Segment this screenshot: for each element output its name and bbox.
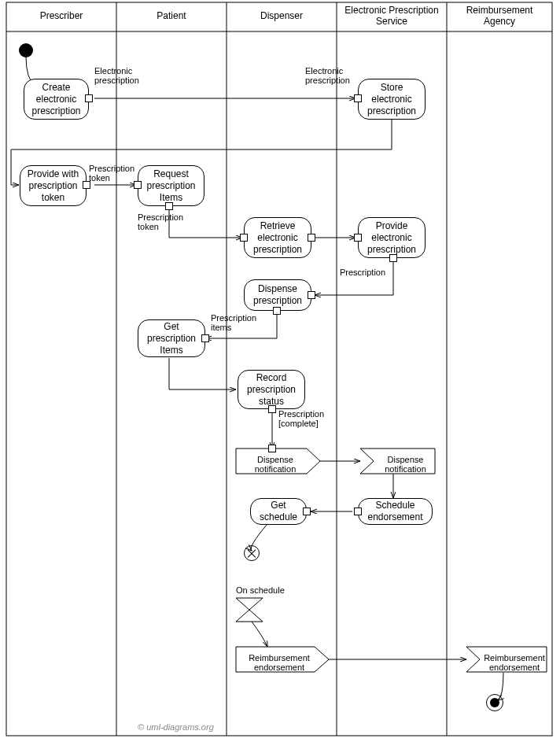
lane-header-reimbursement: Reimbursement Agency (447, 0, 552, 31)
pin (354, 508, 362, 515)
svg-marker-10 (236, 598, 263, 622)
activity-retrieve-rx: Retrieve electronic prescription (244, 217, 311, 258)
accept-event-reimbursement: Reimbursement endorsement (482, 653, 547, 672)
pin (273, 307, 281, 315)
edge-label: Prescription [complete] (278, 409, 337, 428)
time-event-on-schedule: On schedule (236, 585, 285, 595)
pin (165, 202, 173, 210)
edge-label: Electronic prescription (305, 66, 360, 85)
edge-label: Prescription items (211, 313, 266, 332)
lane-header-prescriber: Prescriber (6, 0, 116, 31)
activity-record-status: Record prescription status (238, 370, 305, 409)
pin (268, 405, 276, 413)
pin (354, 234, 362, 242)
pin (303, 508, 311, 515)
activity-provide-token: Provide with prescription token (20, 165, 87, 206)
lane-header-eps: Electronic Prescription Service (337, 0, 447, 31)
flow-final (244, 545, 260, 561)
activity-get-schedule: Get schedule (250, 498, 307, 525)
pin (354, 94, 362, 102)
activity-get-items: Get prescription Items (138, 319, 205, 357)
activity-provide-rx: Provide electronic prescription (358, 217, 426, 258)
edge-label: Prescription token (89, 164, 144, 183)
activity-store-rx: Store electronic prescription (358, 79, 426, 120)
send-signal-dispense-notification: Dispense notification (244, 455, 307, 474)
edge-label: Prescription token (138, 212, 193, 231)
send-signal-reimbursement: Reimbursement endorsement (240, 653, 319, 672)
lane-header-patient: Patient (116, 0, 227, 31)
pin (308, 234, 315, 242)
pin (240, 234, 248, 242)
activity-request-items: Request prescription Items (138, 165, 204, 206)
activity-schedule-endorsement: Schedule endorsement (358, 498, 433, 525)
initial-node (19, 43, 33, 57)
pin (389, 254, 397, 262)
pin (308, 291, 315, 299)
activity-create-rx: Create electronic prescription (24, 79, 89, 120)
activity-dispense-rx: Dispense prescription (244, 279, 311, 311)
activity-final (486, 694, 503, 711)
edge-label: Prescription (340, 268, 385, 277)
copyright: © uml-diagrams.org (138, 722, 214, 732)
pin (201, 334, 209, 342)
activity-diagram: Prescriber Patient Dispenser Electronic … (0, 0, 560, 742)
pin (268, 445, 276, 452)
accept-event-dispense-notification: Dispense notification (376, 455, 435, 474)
pin (85, 94, 93, 102)
edge-label: Electronic prescription (94, 66, 149, 85)
lane-header-dispenser: Dispenser (227, 0, 337, 31)
